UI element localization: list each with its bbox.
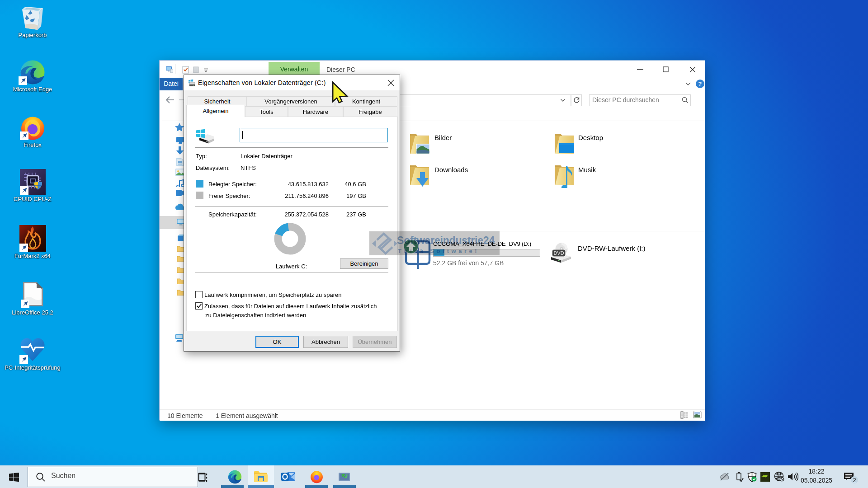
svg-text:DVD: DVD [553, 250, 564, 256]
svg-text:2: 2 [853, 477, 856, 483]
